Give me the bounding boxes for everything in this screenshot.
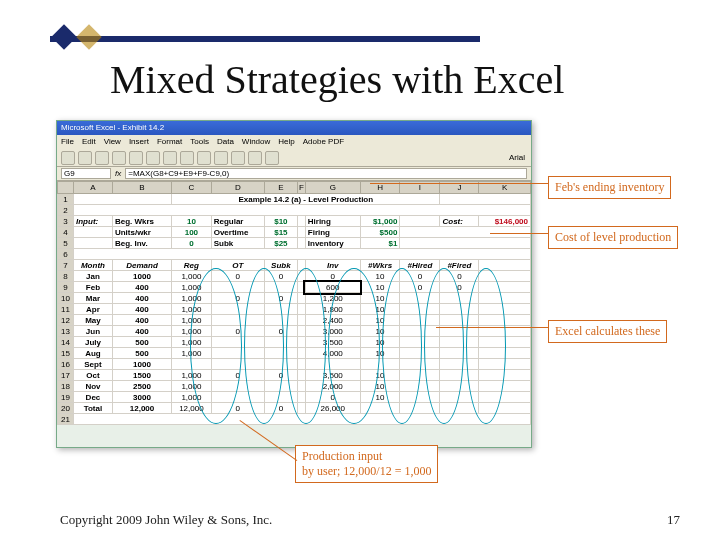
cell-reg[interactable]: 1,000 xyxy=(172,337,212,348)
cell-hired[interactable] xyxy=(400,392,440,403)
cell-ot[interactable] xyxy=(211,304,264,315)
cell-reg[interactable]: 1,000 xyxy=(172,304,212,315)
col-header[interactable]: D xyxy=(211,182,264,194)
cell-subk[interactable] xyxy=(264,392,297,403)
cell-fired[interactable] xyxy=(440,337,479,348)
menu-help[interactable]: Help xyxy=(278,135,294,149)
toolbar-button[interactable] xyxy=(78,151,92,165)
cell-month[interactable]: Dec xyxy=(74,392,113,403)
worksheet[interactable]: ABCDEFGHIJK 1Example 14.2 (a) - Level Pr… xyxy=(57,181,531,425)
cell-reg[interactable] xyxy=(172,359,212,370)
row-header[interactable]: 20 xyxy=(58,403,74,414)
row-header[interactable]: 19 xyxy=(58,392,74,403)
cell-hired[interactable] xyxy=(400,304,440,315)
cell-demand[interactable]: 1000 xyxy=(112,359,171,370)
cell-wkrs[interactable] xyxy=(360,359,400,370)
col-header[interactable] xyxy=(58,182,74,194)
cell-hired[interactable] xyxy=(400,370,440,381)
cell-wkrs[interactable]: 10 xyxy=(360,337,400,348)
cell-inv[interactable]: 3,000 xyxy=(305,326,360,337)
cell-wkrs[interactable] xyxy=(360,403,400,414)
row-header[interactable]: 18 xyxy=(58,381,74,392)
label-regular[interactable]: Regular xyxy=(211,216,264,227)
cell-ot[interactable]: 0 xyxy=(211,403,264,414)
row-header[interactable]: 16 xyxy=(58,359,74,370)
label-begwkrs[interactable]: Beg. Wkrs xyxy=(112,216,171,227)
cell-demand[interactable]: 400 xyxy=(112,304,171,315)
row-header[interactable]: 1 xyxy=(58,194,74,205)
cell-fired[interactable] xyxy=(440,359,479,370)
cell-month[interactable]: Sept xyxy=(74,359,113,370)
cell-hired[interactable] xyxy=(400,315,440,326)
row-header[interactable]: 6 xyxy=(58,249,74,260)
cell-subk[interactable]: 0 xyxy=(264,293,297,304)
cell-hired[interactable] xyxy=(400,326,440,337)
hdr-fired[interactable]: #Fired xyxy=(440,260,479,271)
cell-inv[interactable]: 0 xyxy=(305,271,360,282)
cell-fired[interactable] xyxy=(440,403,479,414)
col-header[interactable]: B xyxy=(112,182,171,194)
cell-inv[interactable]: 3,500 xyxy=(305,337,360,348)
cell-reg[interactable]: 1,000 xyxy=(172,326,212,337)
formula-input[interactable]: =MAX(G8+C9+E9+F9-C9,0) xyxy=(125,168,527,179)
cell-wkrs[interactable]: 10 xyxy=(360,293,400,304)
cell-demand[interactable]: 1500 xyxy=(112,370,171,381)
row-header[interactable]: 5 xyxy=(58,238,74,249)
cell-demand[interactable]: 12,000 xyxy=(112,403,171,414)
cell-subk[interactable] xyxy=(264,348,297,359)
cell-ot[interactable]: 0 xyxy=(211,370,264,381)
cell-hired[interactable]: 0 xyxy=(400,271,440,282)
cell-wkrs[interactable]: 10 xyxy=(360,326,400,337)
row-header[interactable]: 15 xyxy=(58,348,74,359)
toolbar-button[interactable] xyxy=(61,151,75,165)
toolbar-button[interactable] xyxy=(231,151,245,165)
cell-inv[interactable]: 1,800 xyxy=(305,304,360,315)
hdr-wkrs[interactable]: #Wkrs xyxy=(360,260,400,271)
toolbar-button[interactable] xyxy=(180,151,194,165)
cell-inv[interactable]: 3,500 xyxy=(305,370,360,381)
toolbar-button[interactable] xyxy=(197,151,211,165)
label-inventory[interactable]: Inventory xyxy=(305,238,360,249)
cell-hired[interactable] xyxy=(400,381,440,392)
cell-inv[interactable]: 4,000 xyxy=(305,348,360,359)
cell-subk[interactable] xyxy=(264,315,297,326)
cell-fired[interactable]: 0 xyxy=(440,282,479,293)
val-overtime[interactable]: $15 xyxy=(264,227,297,238)
cell-month[interactable]: Oct xyxy=(74,370,113,381)
col-header[interactable]: A xyxy=(74,182,113,194)
cell-wkrs[interactable]: 10 xyxy=(360,392,400,403)
toolbar-button[interactable] xyxy=(95,151,109,165)
label-beginv[interactable]: Beg. Inv. xyxy=(112,238,171,249)
cell-ot[interactable] xyxy=(211,381,264,392)
cell-reg[interactable]: 1,000 xyxy=(172,381,212,392)
label-overtime[interactable]: Overtime xyxy=(211,227,264,238)
cell-fired[interactable] xyxy=(440,304,479,315)
cell-subk[interactable]: 0 xyxy=(264,370,297,381)
cell-reg[interactable]: 1,000 xyxy=(172,348,212,359)
menu-edit[interactable]: Edit xyxy=(82,135,96,149)
cell-inv[interactable] xyxy=(305,359,360,370)
cell-fired[interactable] xyxy=(440,370,479,381)
col-header[interactable]: G xyxy=(305,182,360,194)
cell-ot[interactable] xyxy=(211,348,264,359)
cell-demand[interactable]: 1000 xyxy=(112,271,171,282)
row-header[interactable]: 21 xyxy=(58,414,74,425)
menu-data[interactable]: Data xyxy=(217,135,234,149)
cell-month[interactable]: Total xyxy=(74,403,113,414)
cell-wkrs[interactable]: 10 xyxy=(360,315,400,326)
cell-hired[interactable]: 0 xyxy=(400,282,440,293)
row-header[interactable]: 11 xyxy=(58,304,74,315)
sheet-title[interactable]: Example 14.2 (a) - Level Production xyxy=(172,194,440,205)
cell-demand[interactable]: 400 xyxy=(112,282,171,293)
cell-reg[interactable]: 1,000 xyxy=(172,271,212,282)
cell-inv[interactable]: 26,000 xyxy=(305,403,360,414)
cell-wkrs[interactable]: 10 xyxy=(360,348,400,359)
cell-month[interactable]: May xyxy=(74,315,113,326)
cell-reg[interactable]: 1,000 xyxy=(172,315,212,326)
val-regular[interactable]: $10 xyxy=(264,216,297,227)
cell-subk[interactable] xyxy=(264,337,297,348)
cell-reg[interactable]: 1,000 xyxy=(172,293,212,304)
cell-subk[interactable]: 0 xyxy=(264,326,297,337)
hdr-inv[interactable]: Inv xyxy=(305,260,360,271)
cell-ot[interactable]: 0 xyxy=(211,326,264,337)
